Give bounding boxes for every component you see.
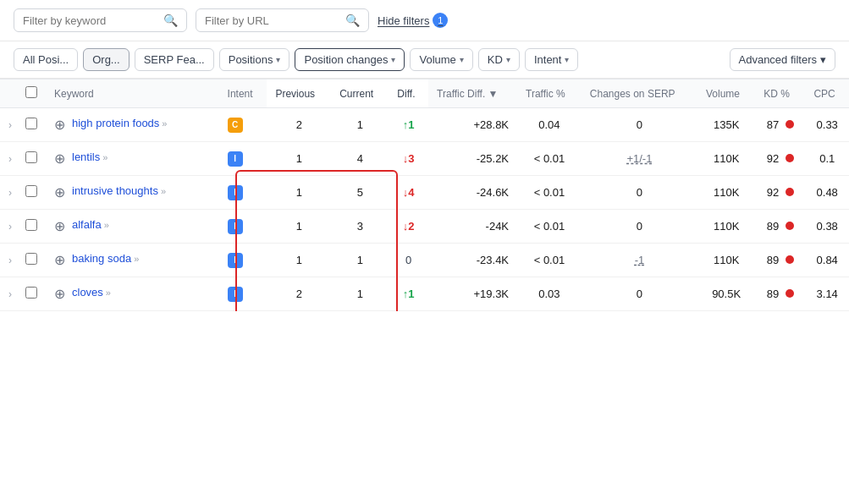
row-expander[interactable]: ›: [0, 244, 17, 277]
keyword-plus-icon[interactable]: ⊕: [54, 252, 65, 268]
th-diff: Diff.: [389, 79, 428, 108]
kd-cell: 92: [755, 142, 805, 176]
filter-bar: All Posi... Org... SERP Fea... Positions…: [0, 41, 849, 79]
url-search-box[interactable]: 🔍: [196, 8, 369, 32]
keyword-plus-icon[interactable]: ⊕: [54, 117, 65, 133]
diff-cell: ↓4: [389, 176, 428, 210]
traffic-pct-cell: < 0.01: [517, 210, 582, 244]
url-search-input[interactable]: [205, 14, 340, 27]
current-cell: 4: [331, 142, 389, 176]
filter-kd[interactable]: KD ▾: [478, 48, 520, 71]
filter-positions[interactable]: Positions ▾: [219, 48, 290, 71]
row-checkbox-cell[interactable]: [17, 176, 46, 210]
keyword-link[interactable]: high protein foods »: [72, 117, 167, 129]
select-all-checkbox[interactable]: [25, 86, 37, 98]
volume-cell: 110K: [697, 244, 755, 277]
keyword-plus-icon[interactable]: ⊕: [54, 151, 65, 167]
advanced-filters-label: Advanced filters: [739, 53, 818, 66]
volume-cell: 90.5K: [697, 277, 755, 311]
traffic-pct-cell: < 0.01: [517, 142, 582, 176]
row-checkbox-cell[interactable]: [17, 244, 46, 277]
th-keyword: Keyword: [46, 79, 219, 108]
keyword-link[interactable]: cloves »: [72, 286, 111, 299]
traffic-diff-filter-icon[interactable]: ▼: [488, 88, 499, 100]
previous-cell: 1: [267, 142, 331, 176]
filter-serp-features[interactable]: SERP Fea...: [135, 48, 214, 71]
th-expander: [0, 79, 17, 108]
col-previous-label: Previous: [275, 88, 315, 100]
filter-organic[interactable]: Org...: [83, 48, 130, 71]
cpc-cell: 0.48: [805, 176, 849, 210]
traffic-diff-cell: -25.2K: [428, 142, 517, 176]
cpc-cell: 0.38: [805, 210, 849, 244]
row-checkbox-cell[interactable]: [17, 142, 46, 176]
col-changes-serp-label: Changes on SERP: [590, 88, 675, 100]
intent-cell: I: [219, 176, 267, 210]
filter-position-changes-label: Position changes: [304, 53, 388, 66]
row-checkbox-cell[interactable]: [17, 108, 46, 142]
row-expander[interactable]: ›: [0, 277, 17, 311]
row-expander[interactable]: ›: [0, 108, 17, 142]
previous-cell: 1: [267, 244, 331, 277]
keyword-link[interactable]: intrusive thoughts »: [72, 184, 166, 197]
serp-change-value: 0: [637, 186, 642, 199]
kd-cell: 89: [755, 244, 805, 277]
cpc-cell: 0.1: [805, 142, 849, 176]
traffic-pct-cell: 0.04: [517, 108, 582, 142]
keyword-search-box[interactable]: 🔍: [14, 8, 187, 32]
col-traffic-diff-label: Traffic Diff.: [437, 88, 485, 100]
row-checkbox[interactable]: [25, 118, 37, 129]
col-keyword-label: Keyword: [54, 88, 94, 100]
filter-positions-label: Positions: [229, 53, 273, 66]
keyword-search-input[interactable]: [23, 14, 158, 27]
filter-serp-label: SERP Fea...: [144, 53, 205, 66]
traffic-diff-cell: -24K: [428, 210, 517, 244]
filter-volume-label: Volume: [419, 53, 455, 66]
keyword-link[interactable]: lentils »: [72, 151, 108, 163]
diff-cell: ↑1: [389, 277, 428, 311]
changes-serp-cell: -1: [582, 244, 697, 277]
diff-value: ↓3: [403, 152, 415, 165]
current-cell: 3: [331, 210, 389, 244]
keyword-arrows-icon: »: [104, 220, 109, 230]
row-expander[interactable]: ›: [0, 142, 17, 176]
hide-filters-label: Hide filters: [378, 14, 429, 27]
serp-change-value: 0: [637, 220, 642, 233]
intent-chevron-icon: ▾: [565, 55, 569, 64]
traffic-pct-cell: 0.03: [517, 277, 582, 311]
traffic-pct-cell: < 0.01: [517, 176, 582, 210]
filter-position-changes[interactable]: Position changes ▾: [295, 48, 405, 71]
changes-serp-cell: 0: [582, 176, 697, 210]
row-expander[interactable]: ›: [0, 210, 17, 244]
filter-all-positions[interactable]: All Posi...: [14, 48, 78, 71]
th-checkbox[interactable]: [17, 79, 46, 108]
intent-cell: C: [219, 108, 267, 142]
advanced-filters-button[interactable]: Advanced filters ▾: [730, 48, 836, 71]
traffic-diff-cell: -23.4K: [428, 244, 517, 277]
row-checkbox[interactable]: [25, 253, 37, 265]
filter-volume[interactable]: Volume ▾: [410, 48, 472, 71]
filter-intent[interactable]: Intent ▾: [525, 48, 579, 71]
row-checkbox[interactable]: [25, 185, 37, 197]
url-search-icon: 🔍: [345, 14, 360, 27]
row-checkbox-cell[interactable]: [17, 210, 46, 244]
row-expander[interactable]: ›: [0, 176, 17, 210]
keyword-search-icon: 🔍: [163, 14, 178, 27]
col-kd-label: KD %: [764, 88, 790, 100]
hide-filters-button[interactable]: Hide filters 1: [378, 13, 448, 28]
diff-value: ↓4: [403, 186, 415, 199]
keyword-plus-icon[interactable]: ⊕: [54, 286, 65, 302]
row-checkbox[interactable]: [25, 151, 37, 163]
row-checkbox[interactable]: [25, 219, 37, 231]
row-checkbox[interactable]: [25, 287, 37, 299]
diff-value: ↓2: [403, 220, 415, 233]
keyword-link[interactable]: baking soda »: [72, 252, 139, 265]
serp-change-value: 0: [637, 118, 642, 131]
keyword-link[interactable]: alfalfa »: [72, 218, 109, 231]
keyword-plus-icon[interactable]: ⊕: [54, 218, 65, 234]
keyword-arrows-icon: »: [162, 118, 167, 129]
keyword-cell: ⊕ alfalfa »: [46, 210, 219, 244]
col-intent-label: Intent: [228, 88, 253, 100]
keyword-plus-icon[interactable]: ⊕: [54, 184, 65, 200]
row-checkbox-cell[interactable]: [17, 277, 46, 311]
